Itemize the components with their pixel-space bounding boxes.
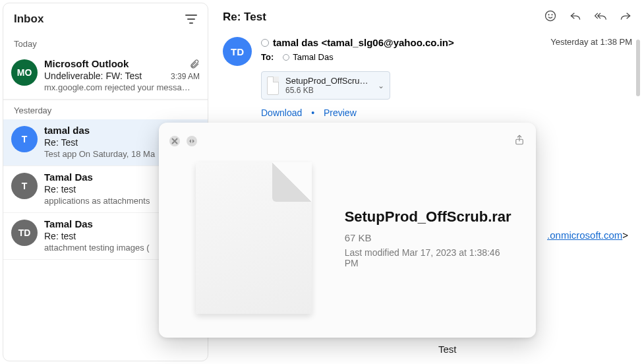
email-body-text: Test	[438, 344, 457, 355]
react-icon[interactable]	[544, 9, 557, 25]
presence-indicator	[261, 39, 269, 47]
message-preview: mx.google.com rejected your messa…	[44, 82, 200, 92]
avatar: TD	[11, 220, 38, 246]
svg-point-0	[546, 11, 556, 21]
filter-icon[interactable]	[185, 15, 197, 24]
section-today: Today	[3, 34, 208, 53]
avatar: T	[11, 173, 38, 199]
forward-icon[interactable]	[619, 9, 632, 25]
from-address: <tamal_slg06@yahoo.co.in>	[321, 37, 454, 48]
download-link[interactable]: Download	[261, 107, 302, 118]
avatar: T	[11, 126, 38, 152]
share-icon[interactable]	[513, 133, 525, 149]
svg-point-1	[548, 15, 549, 15]
message-subject: Undeliverable: FW: Test	[44, 71, 165, 81]
file-icon	[267, 76, 279, 95]
folder-title: Inbox	[14, 13, 44, 26]
attachment-size: 65.6 KB	[285, 86, 371, 95]
presence-indicator	[283, 54, 289, 61]
quicklook-panel: SetupProd_OffScrub.rar 67 KB Last modifi…	[159, 123, 536, 338]
email-timestamp: Yesterday at 1:38 PM	[550, 37, 632, 47]
fullscreen-button[interactable]	[187, 136, 197, 146]
preview-link[interactable]: Preview	[324, 107, 357, 118]
from-name: tamal das	[273, 37, 318, 48]
chevron-down-icon[interactable]: ⌄	[378, 81, 384, 90]
section-yesterday: Yesterday	[3, 100, 208, 119]
quicklook-file-name: SetupProd_OffScrub.rar	[345, 208, 512, 226]
avatar: TD	[223, 37, 252, 66]
message-time: 3:39 AM	[171, 72, 200, 81]
scrollbar[interactable]	[636, 40, 640, 96]
to-name: Tamal Das	[293, 52, 333, 62]
message-item[interactable]: MO Microsoft Outlook Undeliverable: FW: …	[3, 53, 208, 100]
email-body-link-fragment[interactable]: .onmicrosoft.com>	[547, 229, 628, 241]
close-button[interactable]	[169, 136, 180, 146]
attachment-icon	[189, 59, 200, 69]
reply-icon[interactable]	[569, 9, 582, 25]
attachment-name: SetupProd_OffScrub…	[285, 76, 371, 86]
email-subject: Re: Test	[223, 11, 544, 24]
separator: •	[311, 107, 314, 118]
file-preview-icon	[196, 162, 312, 314]
svg-point-2	[552, 15, 552, 15]
quicklook-file-size: 67 KB	[345, 232, 512, 243]
to-label: To:	[261, 52, 274, 62]
sender-name: Microsoft Outlook	[44, 58, 185, 69]
quicklook-modified: Last modified Mar 17, 2023 at 1:38:46 PM	[345, 247, 512, 268]
avatar: MO	[11, 59, 38, 86]
reply-all-icon[interactable]	[594, 9, 607, 25]
attachment-card[interactable]: SetupProd_OffScrub… 65.6 KB ⌄	[261, 71, 390, 100]
